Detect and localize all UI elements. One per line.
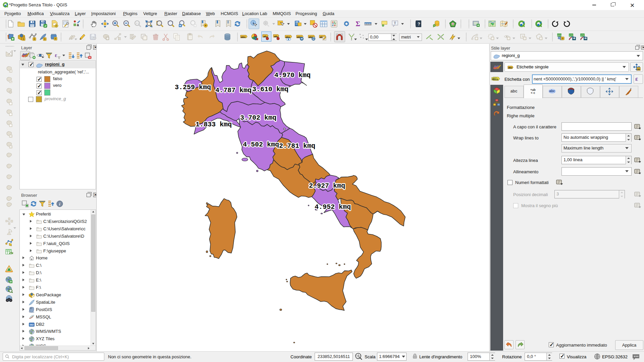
svg-text:QGS: QGS [557,34,561,36]
svg-text:XTF: XTF [581,34,585,36]
svg-text:a: a [77,23,79,27]
svg-text:1.833 kmq: 1.833 kmq [196,121,232,128]
svg-text:abc: abc [511,89,518,94]
svg-text:4.787 kmq: 4.787 kmq [215,86,252,94]
svg-text:< c: < c [531,91,535,95]
svg-text:DB2: DB2 [30,324,34,326]
svg-text:abc: abc [241,36,246,39]
svg-text:1:1: 1:1 [136,22,139,24]
svg-text:ab: ab [637,68,640,70]
svg-text:abc: abc [508,66,512,69]
svg-text:T: T [394,21,396,25]
svg-text:ε: ε [55,52,57,58]
svg-text:ab: ab [274,35,277,38]
svg-text:4.502 kmq: 4.502 kmq [243,141,279,148]
svg-text:abc: abc [549,89,555,93]
svg-text:XTF: XTF [569,34,573,36]
svg-text:abc: abc [492,78,496,80]
svg-text:3.702 kmq: 3.702 kmq [240,114,276,122]
svg-text:3.259 kmq: 3.259 kmq [175,83,211,91]
svg-text:2.781 kmq: 2.781 kmq [279,142,315,150]
svg-text:?: ? [418,21,420,26]
svg-text:3.610 kmq: 3.610 kmq [252,85,288,93]
svg-text:2.927 kmq: 2.927 kmq [309,182,345,190]
svg-text:ab: ab [263,35,266,38]
svg-text:4.970 kmq: 4.970 kmq [274,71,311,79]
svg-text:Σ: Σ [356,20,360,28]
svg-text:4.952 kmq: 4.952 kmq [315,203,351,211]
